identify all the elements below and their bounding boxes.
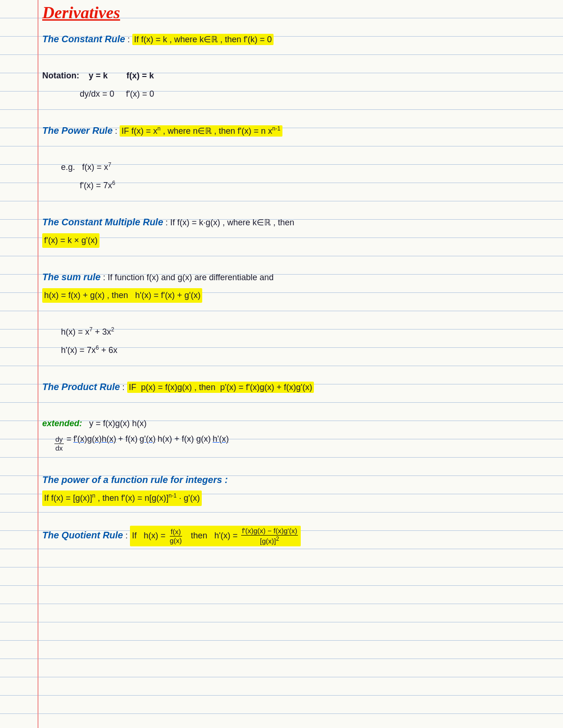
notation-line: Notation: y = k f(x) = k [42, 67, 549, 85]
product-rule-statement: IF p(x) = f(x)g(x) , then p'(x) = f'(x)g… [127, 382, 314, 393]
quotient-frac-output: f'(x)g(x) − f(x)g'(x) [g(x)]2 [241, 527, 298, 545]
power-rule-colon: : [115, 126, 120, 136]
power-func-line2: If f(x) = [g(x)]n , then f'(x) = n[g(x)]… [42, 489, 549, 507]
power-func-title: The power of a function rule for integer… [42, 475, 228, 485]
power-rule-label: The Power Rule [42, 125, 113, 136]
extended-plus1: + f(x) [118, 433, 138, 446]
const-mult-rule-line2: f'(x) = k × g'(x) [42, 231, 549, 250]
blank-9 [42, 452, 549, 471]
product-rule-colon: : [122, 383, 127, 392]
sum-rule-text1: The sum rule : If function f(x) and g(x)… [42, 270, 274, 284]
extended-term3: h'(x) [213, 433, 228, 446]
constant-rule-text: The Constant Rule : If f(x) = k , where … [42, 32, 274, 46]
sum-rule-text2: h(x) = f(x) + g(x) , then h'(x) = f'(x) … [42, 288, 202, 303]
quotient-rule-text: The Quotient Rule : If h(x) = f(x) g(x) … [42, 526, 301, 546]
constant-rule-colon: : [128, 35, 132, 44]
product-rule-text: The Product Rule : IF p(x) = f(x)g(x) , … [42, 380, 314, 394]
page-title: Derivatives [42, 4, 120, 23]
blank-4 [42, 195, 549, 213]
power-rule-text: The Power Rule : IF f(x) = xn , where n∈… [42, 123, 282, 138]
blank-8 [42, 396, 549, 414]
power-rule-example-1: e.g. f(x) = x7 [42, 158, 549, 176]
extended-term1: f'(x)g(x)h(x) [73, 433, 116, 446]
const-mult-label: The Constant Multiple Rule [42, 217, 163, 227]
notation-deriv: dy/dx = 0 f'(x) = 0 [80, 88, 154, 101]
extended-deriv: dy dx = f'(x)g(x)h(x) + f(x) g'(x) h(x) … [42, 433, 229, 452]
const-mult-colon: : If f(x) = k·g(x) , where k∈ℝ , then [166, 218, 295, 227]
sum-ex-line1: h(x) = x7 + 3x2 [61, 325, 114, 339]
sum-rule-label: The sum rule [42, 272, 100, 282]
extended-label: extended: [42, 417, 84, 430]
blank-5 [42, 250, 549, 268]
blank-7 [42, 360, 549, 378]
power-func-label: The power of a function rule for integer… [42, 473, 228, 487]
extended-label-line: extended: y = f(x)g(x) h(x) [42, 414, 549, 433]
extended-func: y = f(x)g(x) h(x) [84, 417, 147, 430]
blank-1 [42, 48, 549, 67]
quotient-frac-input: f(x) g(x) [169, 528, 183, 545]
blank-10 [42, 507, 549, 526]
title-section: Derivatives [42, 8, 549, 30]
quotient-rule-line1: The Quotient Rule : If h(x) = f(x) g(x) … [42, 526, 549, 546]
notebook-page: Derivatives The Constant Rule : If f(x) … [0, 0, 563, 728]
quotient-rule-label: The Quotient Rule [42, 530, 123, 540]
extended-term2: g'(x) [139, 433, 155, 446]
sum-rule-line1: The sum rule : If function f(x) and g(x)… [42, 268, 549, 286]
power-example-line2: f'(x) = 7x6 [80, 179, 115, 192]
product-rule-line: The Product Rule : IF p(x) = f(x)g(x) , … [42, 378, 549, 396]
notation-deriv-line: dy/dx = 0 f'(x) = 0 [42, 85, 549, 103]
product-rule-label: The Product Rule [42, 382, 120, 392]
const-mult-rule-line1: The Constant Multiple Rule : If f(x) = k… [42, 213, 549, 231]
constant-rule-label: The Constant Rule [42, 34, 125, 44]
blank-6 [42, 305, 549, 323]
quotient-rule-colon: : [125, 531, 130, 540]
power-rule-statement: IF f(x) = xn , where n∈ℝ , then f'(x) = … [120, 125, 282, 137]
const-mult-conclusion: f'(x) = k × g'(x) [42, 233, 99, 248]
constant-rule-statement: If f(x) = k , where k∈ℝ , then f'(k) = 0 [132, 34, 274, 45]
power-example-line1: e.g. f(x) = x7 [61, 161, 111, 174]
extended-deriv-line: dy dx = f'(x)g(x)h(x) + f(x) g'(x) h(x) … [42, 433, 549, 452]
const-mult-text: The Constant Multiple Rule : If f(x) = k… [42, 215, 294, 230]
power-func-statement: If f(x) = [g(x)]n , then f'(x) = n[g(x)]… [42, 490, 202, 506]
sum-rule-stmt1: : If function f(x) and g(x) are differen… [103, 273, 274, 282]
power-func-line1: The power of a function rule for integer… [42, 471, 549, 489]
constant-rule-line: The Constant Rule : If f(x) = k , where … [42, 30, 549, 48]
sum-example-1: h(x) = x7 + 3x2 [42, 323, 549, 341]
dy-dx-fraction: dy dx [54, 435, 64, 452]
sum-rule-line2: h(x) = f(x) + g(x) , then h'(x) = f'(x) … [42, 286, 549, 305]
notation-label: Notation: y = k f(x) = k [42, 69, 154, 83]
extended-eq: = [67, 433, 72, 446]
sum-example-2: h'(x) = 7x6 + 6x [42, 341, 549, 360]
extended-mid: h(x) + f(x) g(x) [158, 433, 211, 446]
blank-3 [42, 140, 549, 158]
sum-ex-line2: h'(x) = 7x6 + 6x [61, 344, 117, 357]
quotient-rule-statement: If h(x) = f(x) g(x) then h'(x) = f'(x)g(… [130, 526, 301, 546]
power-rule-line: The Power Rule : IF f(x) = xn , where n∈… [42, 122, 549, 140]
power-rule-example-2: f'(x) = 7x6 [42, 176, 549, 195]
page-content: Derivatives The Constant Rule : If f(x) … [0, 0, 563, 560]
blank-2 [42, 103, 549, 122]
